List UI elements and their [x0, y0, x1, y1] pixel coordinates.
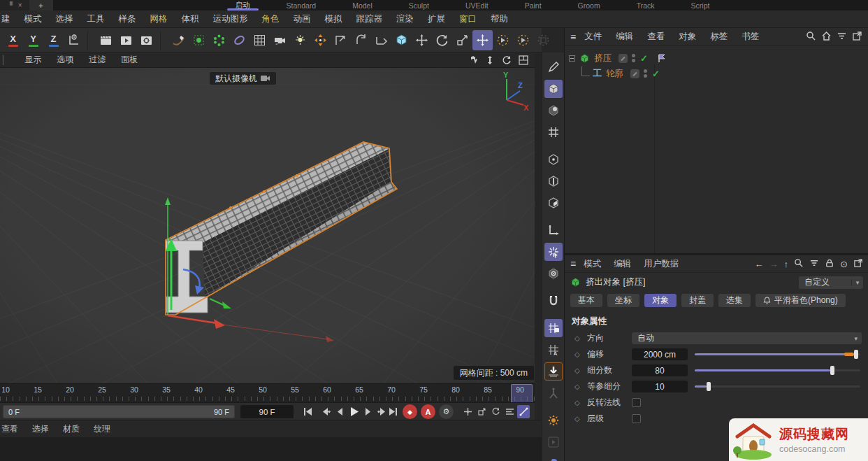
menu-spline[interactable]: 样条	[112, 13, 143, 25]
pan-view-icon[interactable]	[466, 54, 480, 66]
direction-dropdown[interactable]: 自动 ▾	[632, 332, 862, 344]
viewport-filter-icon[interactable]	[544, 264, 563, 283]
layout-tab-startup[interactable]: 启动	[217, 0, 268, 10]
next-frame-button[interactable]	[361, 405, 375, 418]
lock-x-axis-button[interactable]: X	[3, 30, 23, 50]
record-scale-toggle[interactable]	[475, 405, 488, 418]
hamburger-menu-icon[interactable]: ≡	[570, 258, 577, 269]
close-icon[interactable]: ×	[18, 1, 22, 9]
offset-slider[interactable]	[695, 348, 860, 360]
object-name[interactable]: 挤压	[594, 52, 612, 64]
menu-mograph[interactable]: 运动图形	[206, 13, 255, 25]
menu-select[interactable]: 选择	[49, 13, 80, 25]
am-menu-edit[interactable]: 编辑	[607, 258, 637, 270]
material-manager-area[interactable]	[0, 437, 542, 461]
subdivision-field[interactable]: 80	[632, 364, 688, 376]
menu-help[interactable]: 帮助	[484, 13, 515, 25]
search-icon[interactable]	[806, 31, 816, 43]
viewport-menu-panel[interactable]: 面板	[113, 54, 145, 66]
iso-field[interactable]: 10	[632, 381, 688, 392]
viewport-menu-filter[interactable]: 过滤	[81, 54, 113, 66]
tag-flag-icon[interactable]	[658, 54, 667, 63]
layout-tab-track[interactable]: Track	[619, 0, 673, 10]
menu-simulate[interactable]: 模拟	[318, 13, 349, 25]
coordinates-icon[interactable]	[371, 30, 391, 50]
tab-caps[interactable]: 封盖	[681, 294, 714, 307]
material-menu-texture[interactable]: 纹理	[87, 423, 117, 435]
filter-icon[interactable]	[837, 31, 847, 43]
enable-snap-icon[interactable]	[544, 243, 563, 261]
menu-window[interactable]: 窗口	[452, 13, 484, 25]
hamburger-menu-icon[interactable]: ≡	[570, 31, 577, 43]
stand-tool-icon[interactable]	[544, 384, 563, 402]
workspace-tab-current[interactable]: ▝ ×	[0, 0, 29, 10]
preset-dropdown[interactable]: 自定义 ▾	[799, 276, 863, 289]
om-menu-bookmarks[interactable]: 书签	[735, 31, 766, 43]
goto-end-button[interactable]	[386, 405, 400, 418]
target-icon[interactable]: ⊙	[840, 259, 848, 269]
make-editable-icon[interactable]	[331, 30, 351, 50]
3d-viewport[interactable]: 默认摄像机 Y Z X 网格间距 : 500 cm	[0, 68, 535, 383]
play-button[interactable]	[347, 405, 361, 418]
keyframe-diamond-icon[interactable]: ◇	[574, 383, 587, 390]
object-row-extrude[interactable]: 挤压 ✓	[569, 50, 667, 66]
object-cube-icon[interactable]	[391, 30, 412, 50]
menu-animate[interactable]: 动画	[287, 13, 318, 25]
rotate-view-icon[interactable]	[500, 54, 514, 66]
record-position-toggle[interactable]	[461, 405, 474, 418]
enabled-check-icon[interactable]: ✓	[640, 53, 648, 64]
axis-edit-icon[interactable]	[544, 221, 563, 239]
workplane-auto-icon[interactable]: A	[544, 341, 563, 359]
gear-orange-icon[interactable]	[544, 411, 563, 430]
texture-mode-icon[interactable]	[544, 101, 563, 120]
active-move-tool-icon[interactable]	[472, 30, 493, 50]
spline-pen-icon[interactable]	[168, 30, 189, 50]
previous-frame-button[interactable]	[333, 405, 347, 418]
reset-psr-icon[interactable]	[351, 30, 371, 50]
add-workspace-tab-button[interactable]: +	[29, 0, 53, 10]
object-row-profile[interactable]: 工 轮廓 ✓	[579, 66, 660, 81]
tab-selection[interactable]: 选集	[718, 294, 751, 307]
am-menu-userdata[interactable]: 用户数据	[637, 258, 685, 270]
spline-primitive-icon[interactable]	[229, 30, 249, 50]
flip-normals-checkbox[interactable]	[632, 398, 641, 407]
camera-icon[interactable]: 17	[270, 30, 290, 50]
frame-range-slider[interactable]: 0 F 90 F	[3, 405, 235, 418]
axis-center-icon[interactable]	[310, 30, 331, 50]
record-pla-toggle[interactable]	[517, 405, 530, 418]
layer-edit-icon[interactable]	[619, 54, 628, 63]
tab-basic[interactable]: 基本	[570, 294, 602, 307]
visibility-dots-icon[interactable]	[644, 69, 647, 78]
camera-label[interactable]: 默认摄像机	[210, 72, 276, 85]
menu-mesh[interactable]: 网格	[143, 13, 175, 25]
current-frame-field[interactable]: 90 F	[240, 405, 294, 418]
lock-y-axis-button[interactable]: Y	[23, 30, 43, 50]
keyframe-diamond-icon[interactable]: ◇	[574, 415, 587, 423]
hierarchy-checkbox[interactable]	[632, 414, 641, 423]
keyframe-diamond-icon[interactable]: ◇	[574, 399, 587, 406]
forward-arrow-icon[interactable]: →	[769, 259, 779, 269]
layout-tab-sculpt[interactable]: Sculpt	[391, 0, 447, 10]
om-menu-edit[interactable]: 编辑	[609, 31, 640, 43]
offset-field[interactable]: 2000 cm	[632, 348, 688, 360]
am-menu-mode[interactable]: 模式	[577, 258, 607, 270]
autokey-button[interactable]: A	[421, 404, 435, 419]
keyframe-selection-button[interactable]: ⚙	[439, 404, 454, 419]
toggle-view-layout-icon[interactable]	[516, 54, 530, 66]
om-menu-tags[interactable]: 标签	[703, 31, 735, 43]
menu-tracker[interactable]: 跟踪器	[349, 13, 390, 25]
x-axis-ring-icon[interactable]	[493, 30, 513, 50]
render-view-icon[interactable]	[96, 30, 116, 50]
record-keyframe-button[interactable]: ◆	[403, 404, 417, 419]
lock-icon[interactable]	[825, 258, 834, 270]
popout-icon[interactable]	[853, 258, 863, 270]
python-scripting-icon[interactable]	[544, 455, 563, 461]
z-axis-ring-icon[interactable]	[533, 30, 554, 50]
filter-icon[interactable]	[809, 258, 819, 270]
layout-tab-uvedit[interactable]: UVEdit	[447, 0, 507, 10]
polygons-mode-icon[interactable]	[544, 194, 563, 212]
layout-tab-paint[interactable]: Paint	[507, 0, 560, 10]
keyframe-diamond-icon[interactable]: ◇	[574, 350, 587, 358]
menu-extensions[interactable]: 扩展	[421, 13, 452, 25]
om-menu-view[interactable]: 查看	[640, 31, 672, 43]
